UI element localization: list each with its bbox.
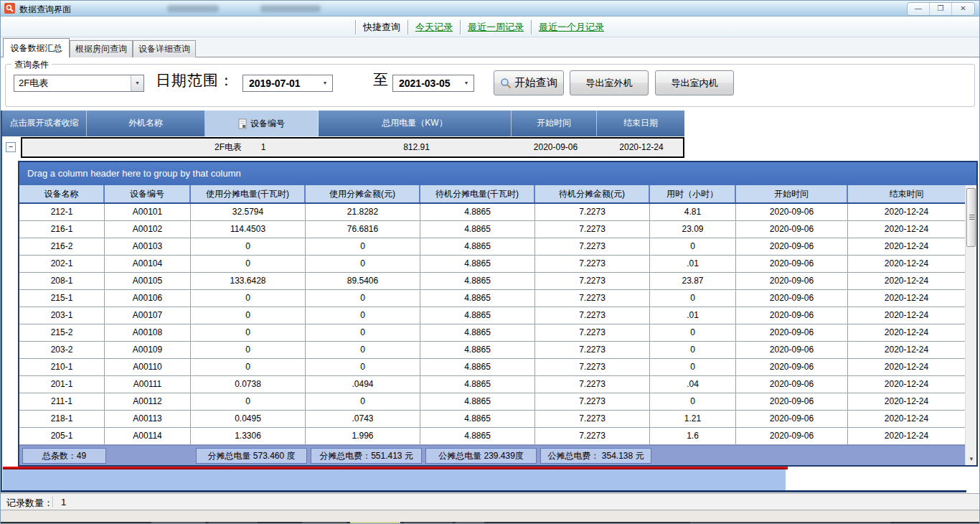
detail-grid-cell[interactable]: 4.8865 (420, 238, 535, 255)
detail-grid-cell[interactable]: 4.8865 (420, 342, 535, 358)
detail-grid-cell[interactable]: 211-1 (19, 393, 105, 410)
detail-grid-cell[interactable]: 32.5794 (191, 204, 306, 220)
detail-grid-cell[interactable]: 4.8865 (420, 221, 535, 238)
detail-grid-cell[interactable]: 218-1 (19, 411, 105, 427)
detail-grid-cell[interactable]: 4.8865 (420, 411, 535, 427)
detail-grid-cell[interactable]: 2020-12-24 (848, 238, 965, 255)
device-select[interactable]: 2F电表 ▼ (14, 75, 144, 92)
today-records-link[interactable]: 今天记录 (415, 21, 453, 34)
detail-grid-cell[interactable]: 0 (191, 393, 306, 410)
detail-grid-cell[interactable]: 2020-09-06 (736, 393, 848, 410)
detail-grid-cell[interactable]: 2020-12-24 (848, 221, 965, 238)
detail-grid-cell[interactable]: 0 (191, 342, 306, 358)
detail-grid-cell[interactable]: .0743 (306, 411, 420, 427)
detail-grid-cell[interactable]: A00107 (105, 307, 191, 324)
detail-grid-cell[interactable]: 2020-12-24 (848, 204, 965, 220)
detail-grid-cell[interactable]: 0 (191, 307, 306, 324)
detail-grid-cell[interactable]: 0 (191, 324, 306, 341)
collapse-toggle-icon[interactable]: − (6, 142, 16, 152)
detail-grid-cell[interactable]: 4.8865 (420, 359, 535, 375)
detail-grid-cell[interactable]: 0 (650, 342, 736, 358)
detail-grid-row[interactable]: 203-1A00107004.88657.2273.012020-09-0620… (19, 307, 965, 324)
date-to-picker[interactable]: 2021-03-05 ▼ (392, 75, 474, 92)
tab-query-by-room[interactable]: 根据房间查询 (70, 40, 133, 57)
detail-grid-cell[interactable]: 0 (191, 238, 306, 255)
detail-grid-cell[interactable]: A00103 (105, 238, 191, 255)
detail-grid-cell[interactable]: 7.2273 (535, 290, 650, 307)
detail-grid-cell[interactable]: 2020-09-06 (736, 342, 848, 358)
detail-grid-cell[interactable]: 114.4503 (191, 221, 306, 238)
detail-grid-cell[interactable]: 0 (650, 359, 736, 375)
detail-grid-cell[interactable]: 1.3306 (191, 428, 306, 444)
detail-grid-cell[interactable]: 2020-09-06 (736, 359, 848, 375)
master-col-toggle[interactable]: 点击展开或者收缩 (2, 111, 87, 136)
detail-grid-row[interactable]: 211-1A00112004.88657.227302020-09-062020… (19, 393, 965, 411)
detail-col-usage-amount[interactable]: 使用分摊金额(元) (306, 185, 420, 202)
detail-grid-cell[interactable]: 2020-09-06 (736, 428, 848, 444)
detail-grid-row[interactable]: 208-1A00105133.642889.54064.88657.227323… (19, 273, 965, 290)
detail-grid-cell[interactable]: 0.0495 (191, 411, 306, 427)
master-col-start-time[interactable]: 开始时间 (512, 111, 597, 136)
detail-grid-cell[interactable]: 2020-09-06 (736, 238, 848, 255)
detail-grid-cell[interactable]: .01 (650, 256, 736, 272)
detail-grid-cell[interactable]: 7.2273 (535, 342, 650, 358)
detail-grid-cell[interactable]: 4.8865 (420, 273, 535, 289)
detail-grid-cell[interactable]: A00101 (105, 204, 191, 220)
detail-grid-cell[interactable]: 212-1 (19, 204, 105, 220)
detail-grid-cell[interactable]: 216-1 (19, 221, 105, 238)
master-grid-row[interactable]: 2F电表 1 812.91 2020-09-06 2020-12-24 (21, 137, 684, 158)
detail-grid-cell[interactable]: A00111 (105, 376, 191, 393)
last-month-records-link[interactable]: 最近一个月记录 (539, 21, 604, 34)
detail-grid-cell[interactable]: 1.21 (650, 411, 736, 427)
minimize-button[interactable]: — (908, 3, 930, 15)
detail-grid-cell[interactable]: 7.2273 (535, 238, 650, 255)
detail-grid-cell[interactable]: 0 (306, 307, 420, 324)
vertical-scrollbar[interactable]: ▼ (965, 185, 976, 465)
detail-grid-cell[interactable]: 0 (306, 256, 420, 272)
detail-grid-cell[interactable]: 4.8865 (420, 307, 535, 324)
detail-grid-cell[interactable]: 76.6816 (306, 221, 420, 238)
detail-grid-cell[interactable]: 0 (306, 290, 420, 307)
detail-grid-cell[interactable]: .01 (650, 307, 736, 324)
detail-col-device-name[interactable]: 设备名称 (19, 185, 105, 202)
detail-grid-cell[interactable]: 7.2273 (535, 221, 650, 238)
detail-grid-cell[interactable]: 2020-09-06 (736, 324, 848, 341)
detail-grid-cell[interactable]: A00110 (105, 359, 191, 375)
detail-grid-row[interactable]: 205-1A001141.33061.9964.88657.22731.6202… (19, 428, 965, 445)
chevron-down-icon[interactable]: ▼ (319, 75, 331, 91)
detail-grid-cell[interactable]: 0 (306, 324, 420, 341)
detail-grid-cell[interactable]: 23.09 (650, 221, 736, 238)
detail-grid-cell[interactable]: 2020-12-24 (848, 256, 965, 272)
detail-grid-cell[interactable]: .0494 (306, 376, 420, 393)
detail-grid-cell[interactable]: 7.2273 (535, 359, 650, 375)
detail-grid-cell[interactable]: 2020-12-24 (848, 359, 965, 375)
detail-grid-cell[interactable]: 7.2273 (535, 393, 650, 410)
detail-grid-cell[interactable]: 133.6428 (191, 273, 306, 289)
detail-grid-cell[interactable]: 0 (650, 238, 736, 255)
detail-grid-cell[interactable]: 0 (306, 342, 420, 358)
detail-grid-cell[interactable]: 205-1 (19, 428, 105, 444)
detail-grid-cell[interactable]: 2020-12-24 (848, 324, 965, 341)
detail-col-hours[interactable]: 用时（小时） (650, 185, 736, 202)
group-by-band[interactable]: Drag a column header here to group by th… (19, 162, 976, 185)
tab-device-detail-query[interactable]: 设备详细查询 (133, 40, 196, 57)
detail-grid-cell[interactable]: 208-1 (19, 273, 105, 289)
detail-grid-cell[interactable]: 0 (650, 324, 736, 341)
detail-grid-cell[interactable]: A00106 (105, 290, 191, 307)
detail-grid-cell[interactable]: 2020-09-06 (736, 411, 848, 427)
detail-grid-cell[interactable]: A00102 (105, 221, 191, 238)
detail-grid-cell[interactable]: 2020-12-24 (848, 411, 965, 427)
date-from-picker[interactable]: 2019-07-01 ▼ (242, 75, 333, 92)
detail-grid-cell[interactable]: 0 (306, 359, 420, 375)
detail-grid-cell[interactable]: 2020-09-06 (736, 256, 848, 272)
detail-grid-cell[interactable]: 210-1 (19, 359, 105, 375)
detail-grid-cell[interactable]: 7.2273 (535, 307, 650, 324)
detail-col-standby-amount[interactable]: 待机分摊金额(元) (535, 185, 650, 202)
detail-grid-cell[interactable]: 0 (191, 256, 306, 272)
last-week-records-link[interactable]: 最近一周记录 (468, 21, 524, 34)
scrollbar-thumb[interactable] (966, 188, 976, 247)
detail-grid-cell[interactable]: A00113 (105, 411, 191, 427)
detail-col-standby-kwh[interactable]: 待机分摊电量(千瓦时) (420, 185, 535, 202)
detail-col-device-no[interactable]: 设备编号 (105, 185, 191, 202)
detail-grid-row[interactable]: 212-1A0010132.579421.82824.88657.22734.8… (19, 204, 965, 221)
